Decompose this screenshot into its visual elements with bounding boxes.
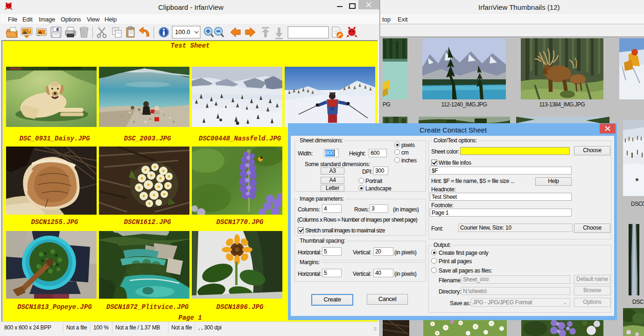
svg-text:100.0: 100.0 (175, 28, 190, 35)
